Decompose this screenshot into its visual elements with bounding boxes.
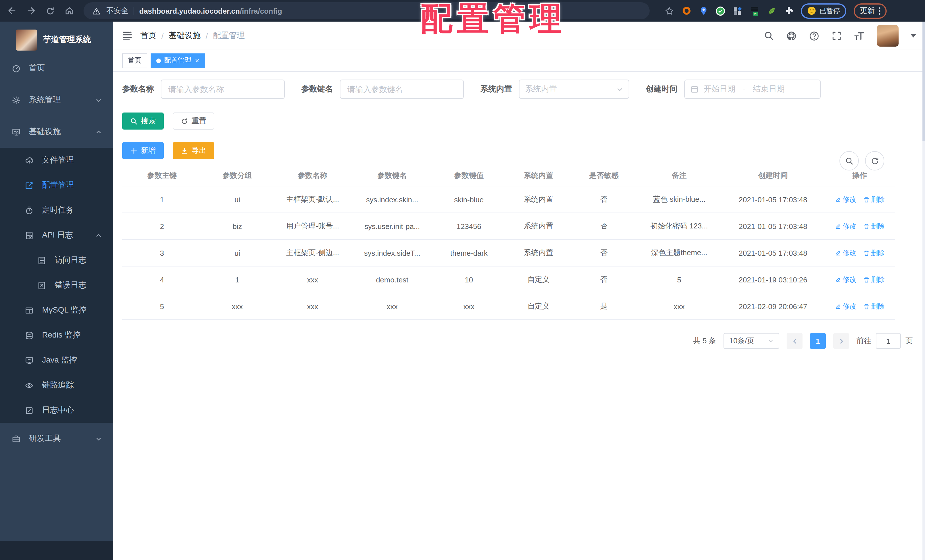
- reset-button-label: 重置: [191, 116, 206, 126]
- sidebar-item-tracing[interactable]: 链路追踪: [0, 373, 113, 398]
- extension-green-leaf-icon[interactable]: [767, 6, 776, 16]
- delete-link[interactable]: 删除: [863, 221, 885, 231]
- reset-button[interactable]: 重置: [173, 113, 214, 129]
- next-page-button[interactable]: [833, 333, 849, 349]
- add-button[interactable]: 新增: [122, 142, 164, 159]
- scrollbar-thumb[interactable]: [922, 22, 925, 141]
- sidebar-item-system[interactable]: 系统管理: [0, 84, 113, 116]
- filter-key-input[interactable]: [340, 80, 464, 99]
- search-button[interactable]: 搜索: [122, 113, 164, 129]
- page-number-current[interactable]: 1: [810, 333, 826, 349]
- sidebar-item-log-center[interactable]: 日志中心: [0, 398, 113, 423]
- trash-icon: [863, 277, 869, 283]
- delete-link[interactable]: 删除: [863, 275, 885, 285]
- sidebar-item-java-monitor[interactable]: Java 监控: [0, 348, 113, 373]
- url-text[interactable]: dashboard.yudao.iocoder.cn/infra/config: [139, 6, 282, 15]
- chevron-down-icon: [768, 338, 774, 344]
- sidebar-item-config-management[interactable]: 配置管理: [0, 173, 113, 198]
- end-date-placeholder: 结束日期: [753, 84, 785, 94]
- extension-on-badge-icon[interactable]: on: [750, 6, 759, 16]
- cell-actions: 修改 删除: [824, 248, 895, 258]
- breadcrumb-home[interactable]: 首页: [140, 31, 156, 41]
- filter-key-label: 参数键名: [301, 84, 333, 94]
- filter-type-label: 系统内置: [480, 84, 512, 94]
- cell-id: 2: [122, 222, 202, 230]
- tab-label: 首页: [128, 56, 142, 65]
- extension-orange-ring-icon[interactable]: [681, 6, 691, 16]
- goto-page-input[interactable]: [876, 333, 901, 349]
- browser-update-button[interactable]: 更新: [854, 3, 887, 18]
- tab-config-management[interactable]: 配置管理 ×: [151, 53, 205, 68]
- edit-link[interactable]: 修改: [835, 248, 856, 258]
- export-button[interactable]: 导出: [173, 142, 214, 159]
- sidebar-item-label: API 日志: [42, 230, 73, 240]
- font-size-icon[interactable]: [854, 31, 865, 41]
- search-icon[interactable]: [764, 31, 774, 41]
- github-icon[interactable]: [786, 30, 797, 41]
- pencil-icon: [835, 277, 841, 283]
- sidebar-collapse-icon[interactable]: [122, 31, 133, 40]
- extension-blue-pin-icon[interactable]: [699, 6, 708, 16]
- delete-link[interactable]: 删除: [863, 195, 885, 204]
- tab-label: 配置管理: [164, 56, 191, 65]
- scrollbar[interactable]: [922, 22, 925, 560]
- download-icon: [181, 147, 188, 154]
- browser-reload-button[interactable]: [45, 6, 55, 16]
- browser-forward-button[interactable]: [26, 6, 36, 16]
- extensions-puzzle-icon[interactable]: [784, 6, 794, 16]
- column-header: 参数键值: [432, 170, 506, 181]
- filter-date-range[interactable]: 开始日期 - 结束日期: [684, 80, 821, 99]
- filter-name-input[interactable]: [161, 80, 285, 99]
- cell-created: 2021-01-05 17:03:48: [722, 222, 824, 230]
- extension-green-check-icon[interactable]: [716, 6, 725, 16]
- close-icon[interactable]: ×: [195, 57, 199, 64]
- sidebar-item-home[interactable]: 首页: [0, 52, 113, 84]
- browser-home-button[interactable]: [64, 6, 74, 16]
- toggle-search-button[interactable]: [839, 151, 859, 170]
- filter-type-select[interactable]: 系统内置: [519, 80, 629, 99]
- cell-key: demo.test: [353, 275, 432, 284]
- app-logo[interactable]: 芋道管理系统: [0, 22, 113, 52]
- sidebar-item-file-management[interactable]: 文件管理: [0, 148, 113, 173]
- cell-type: 自定义: [506, 274, 571, 285]
- sidebar-item-scheduled-tasks[interactable]: 定时任务: [0, 198, 113, 223]
- breadcrumb-section[interactable]: 基础设施: [169, 31, 200, 41]
- prev-page-button[interactable]: [786, 333, 803, 349]
- profile-paused-chip[interactable]: 已暂停: [801, 3, 846, 18]
- sidebar-item-infra[interactable]: 基础设施: [0, 116, 113, 148]
- page-size-select[interactable]: 10条/页: [723, 333, 779, 349]
- edit-link[interactable]: 修改: [835, 275, 856, 285]
- update-label: 更新: [860, 6, 875, 16]
- sidebar-item-redis-monitor[interactable]: Redis 监控: [0, 323, 113, 348]
- browser-menu-icon[interactable]: [879, 7, 880, 15]
- cell-name: xxx: [273, 302, 353, 310]
- delete-link[interactable]: 删除: [863, 301, 885, 311]
- edit-link[interactable]: 修改: [835, 221, 856, 231]
- delete-link[interactable]: 删除: [863, 248, 885, 258]
- sidebar-item-dev-tools[interactable]: 研发工具: [0, 423, 113, 455]
- cell-value: 123456: [432, 222, 506, 230]
- trash-icon: [863, 250, 869, 256]
- sidebar-item-label: 配置管理: [42, 180, 74, 190]
- sidebar-item-access-log[interactable]: 访问日志: [0, 248, 113, 273]
- docs-help-icon[interactable]: [809, 30, 820, 41]
- user-avatar[interactable]: [877, 25, 899, 47]
- edit-link[interactable]: 修改: [835, 195, 856, 204]
- sidebar-item-api-log[interactable]: API 日志: [0, 223, 113, 248]
- sidebar-item-label: 错误日志: [54, 280, 86, 291]
- tab-home[interactable]: 首页: [122, 53, 147, 68]
- refresh-table-button[interactable]: [865, 151, 884, 170]
- fullscreen-icon[interactable]: [832, 31, 842, 41]
- avatar-caret-icon[interactable]: [910, 34, 916, 38]
- not-secure-warning-icon: [92, 6, 101, 16]
- extension-grid-icon[interactable]: [733, 6, 742, 16]
- edit-link[interactable]: 修改: [835, 301, 856, 311]
- sidebar-item-mysql-monitor[interactable]: MySQL 监控: [0, 298, 113, 323]
- browser-back-button[interactable]: [7, 6, 17, 16]
- sidebar-item-error-log[interactable]: 错误日志: [0, 273, 113, 298]
- security-label[interactable]: 不安全: [106, 6, 128, 16]
- bookmark-star-icon[interactable]: [664, 6, 674, 16]
- smiley-emoji-icon: [807, 6, 816, 15]
- cell-id: 1: [122, 195, 202, 204]
- cell-key: xxx: [353, 302, 432, 310]
